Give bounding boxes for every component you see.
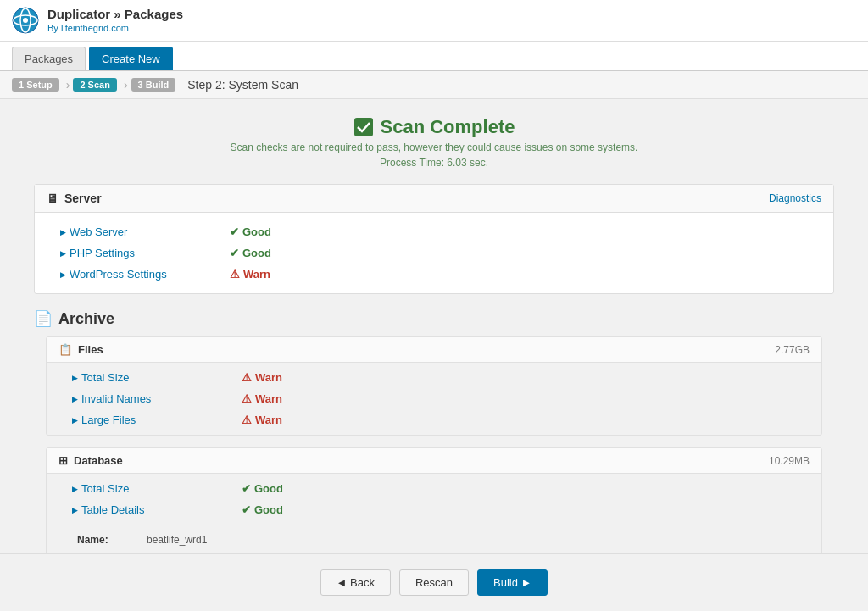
wp-settings-status: Warn: [230, 268, 270, 281]
server-icon: [47, 192, 58, 205]
php-settings-status: Good: [230, 247, 271, 259]
web-server-link[interactable]: Web Server: [60, 225, 230, 238]
step-arrow-1: ›: [66, 78, 70, 92]
table-row: Total Size Warn: [47, 367, 821, 388]
main-content: Scan Complete Scan checks are not requir…: [0, 99, 868, 611]
database-size: 10.29MB: [769, 455, 810, 467]
files-size: 2.77GB: [775, 344, 810, 356]
tab-create-new[interactable]: Create New: [89, 47, 173, 70]
diagnostics-link[interactable]: Diagnostics: [769, 192, 821, 204]
step-build: 3 Build: [131, 78, 180, 92]
scan-process-time: Process Time: 6.03 sec.: [34, 157, 834, 169]
rescan-button[interactable]: Rescan: [399, 569, 469, 596]
step-scan: 2 Scan: [73, 78, 120, 92]
table-details-status: Good: [242, 503, 283, 516]
invalid-names-link[interactable]: Invalid Names: [72, 392, 242, 405]
scan-complete-title: Scan Complete: [34, 116, 834, 138]
database-icon: ⊞: [58, 454, 68, 467]
files-body: Total Size Warn Invalid Names Warn Large…: [47, 363, 821, 435]
app-title-block: Duplicator » Packages By lifeinthegrid.c…: [47, 7, 183, 34]
warn-icon-3: [242, 392, 252, 405]
steps-bar: 1 Setup › 2 Scan › 3 Build Step 2: Syste…: [0, 71, 868, 99]
archive-title: 📄 Archive: [34, 309, 834, 328]
scan-complete-block: Scan Complete Scan checks are not requir…: [34, 116, 834, 169]
scan-subtitle: Scan checks are not required to pass, ho…: [34, 142, 834, 153]
svg-point-3: [23, 18, 28, 23]
check-icon: [230, 225, 239, 238]
server-header-left: Server: [47, 192, 102, 205]
server-section-header: Server Diagnostics: [35, 185, 833, 213]
total-size-status: Warn: [242, 371, 282, 384]
table-row: WordPress Settings Warn: [35, 264, 833, 285]
archive-icon: 📄: [34, 309, 53, 328]
table-row: Large Files Warn: [47, 409, 821, 430]
large-files-link[interactable]: Large Files: [72, 414, 242, 426]
total-size-link[interactable]: Total Size: [72, 371, 242, 384]
footer-bar: ◄ Back Rescan Build ►: [0, 553, 868, 611]
warn-icon: [230, 268, 240, 281]
svg-rect-4: [354, 118, 373, 136]
step-2-pill: 2 Scan: [73, 78, 116, 92]
table-row: Invalid Names Warn: [47, 388, 821, 409]
invalid-names-status: Warn: [242, 392, 282, 405]
table-details-link[interactable]: Table Details: [72, 503, 242, 516]
warn-icon-4: [242, 414, 252, 426]
scan-check-icon: [353, 117, 374, 137]
files-icon: 📋: [58, 343, 72, 356]
files-header: 📋 Files 2.77GB: [47, 337, 821, 363]
large-files-status: Warn: [242, 414, 282, 426]
server-section: Server Diagnostics Web Server Good PHP S…: [34, 184, 834, 294]
check-icon-4: [242, 503, 251, 516]
step-setup: 1 Setup: [12, 78, 63, 92]
tabs-bar: Packages Create New: [0, 42, 868, 71]
php-settings-link[interactable]: PHP Settings: [60, 247, 230, 259]
check-icon-2: [230, 247, 239, 259]
server-section-body: Web Server Good PHP Settings Good WordPr…: [35, 213, 833, 293]
app-logo: [12, 7, 39, 34]
check-icon-3: [242, 482, 251, 495]
subtitle-link[interactable]: By lifeinthegrid.com: [47, 23, 129, 33]
database-header: ⊞ Database 10.29MB: [47, 448, 821, 474]
back-button[interactable]: ◄ Back: [320, 569, 391, 596]
app-subtitle[interactable]: By lifeinthegrid.com: [47, 21, 183, 34]
warn-icon-2: [242, 371, 252, 384]
step-3-pill: 3 Build: [131, 78, 176, 92]
step-title: Step 2: System Scan: [187, 78, 298, 92]
db-name-label: Name:: [74, 530, 142, 551]
db-total-size-link[interactable]: Total Size: [72, 482, 242, 495]
files-sub-section: 📋 Files 2.77GB Total Size Warn Invalid N…: [46, 336, 822, 436]
db-total-size-status: Good: [242, 482, 283, 495]
app-title: Duplicator » Packages: [47, 7, 183, 21]
build-button[interactable]: Build ►: [477, 569, 548, 596]
table-row: Web Server Good: [35, 221, 833, 242]
table-row: PHP Settings Good: [35, 242, 833, 264]
server-title: Server: [64, 192, 102, 205]
database-header-left: ⊞ Database: [58, 454, 123, 467]
files-header-left: 📋 Files: [58, 343, 103, 356]
table-row: Table Details Good: [47, 499, 821, 520]
step-arrow-2: ›: [124, 78, 128, 92]
list-item: Name: beatlife_wrd1: [74, 530, 210, 551]
wp-settings-link[interactable]: WordPress Settings: [60, 268, 230, 281]
app-header: Duplicator » Packages By lifeinthegrid.c…: [0, 0, 868, 42]
tab-packages[interactable]: Packages: [12, 47, 86, 70]
table-row: Total Size Good: [47, 478, 821, 499]
web-server-status: Good: [230, 225, 271, 238]
step-1-pill: 1 Setup: [12, 78, 59, 92]
db-name-value: beatlife_wrd1: [143, 530, 210, 551]
